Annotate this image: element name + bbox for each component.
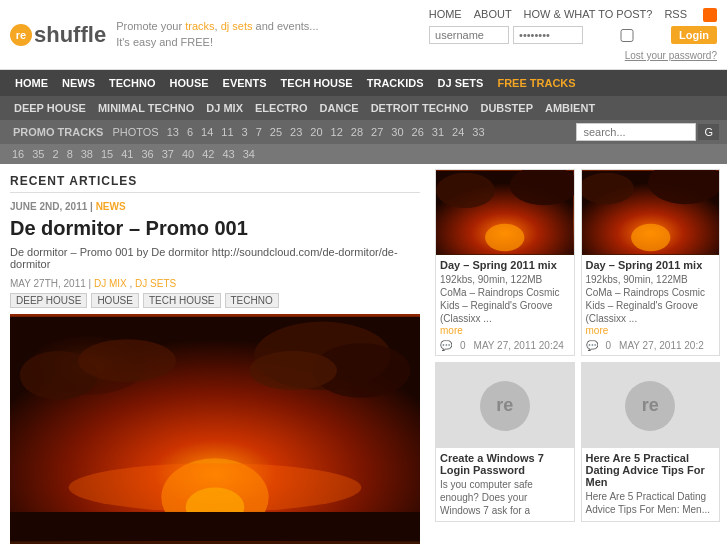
nav-num-33[interactable]: 33 [468,124,488,140]
nav-num-41[interactable]: 41 [117,146,137,162]
card1-comments: 0 [460,340,466,351]
article2-cat-djsets[interactable]: DJ SETS [135,278,176,289]
recent-articles-title: RECENT ARTICLES [10,174,420,193]
tag-techhouse[interactable]: TECH HOUSE [143,293,221,308]
nav-num-28[interactable]: 28 [347,124,367,140]
nav-rss[interactable]: RSS [664,8,687,22]
search-button[interactable]: G [698,124,719,140]
nav-num-16[interactable]: 16 [8,146,28,162]
nav-num-35[interactable]: 35 [28,146,48,162]
nav-num-13[interactable]: 13 [163,124,183,140]
logo-re: re [10,24,32,46]
nav-num-43[interactable]: 43 [219,146,239,162]
card-2: Day – Spring 2011 mix 192kbs, 90min, 122… [581,169,721,356]
nav-sub-deephouse[interactable]: DEEP HOUSE [8,99,92,117]
card2-comments: 0 [606,340,612,351]
card4-desc: Here Are 5 Practical Dating Advice Tips … [586,490,716,516]
nav-num-20[interactable]: 20 [306,124,326,140]
nav-main-djsets[interactable]: DJ SETS [431,74,491,92]
nav-main-home[interactable]: HOME [8,74,55,92]
nav-num-36[interactable]: 36 [138,146,158,162]
article-main-image [10,314,420,544]
nav-main-events[interactable]: EVENTS [216,74,274,92]
card-1: Day – Spring 2011 mix 192kbs, 90min, 122… [435,169,575,356]
tagline-djsets-link[interactable]: dj sets [221,20,253,32]
nav-main-news[interactable]: NEWS [55,74,102,92]
nav-num-3[interactable]: 3 [238,124,252,140]
nav-num-30[interactable]: 30 [387,124,407,140]
tag-deephouse[interactable]: DEEP HOUSE [10,293,87,308]
svg-point-13 [436,173,495,208]
nav-num-8[interactable]: 8 [63,146,77,162]
comment-icon-2: 💬 [586,340,598,351]
card2-title[interactable]: Day – Spring 2011 mix [586,259,716,271]
tagline-tracks-link[interactable]: tracks [185,20,214,32]
nav-num-26[interactable]: 26 [408,124,428,140]
card-3: re Create a Windows 7 Login Password Is … [435,362,575,522]
nav-sub-ambient[interactable]: AMBIENT [539,99,601,117]
nav-about[interactable]: ABOUT [474,8,512,22]
nav-sub-electro[interactable]: ELECTRO [249,99,314,117]
nav-num-38[interactable]: 38 [77,146,97,162]
search-input[interactable] [576,123,696,141]
card1-title[interactable]: Day – Spring 2011 mix [440,259,570,271]
tag-techno[interactable]: TECHNO [225,293,279,308]
password-input[interactable] [513,26,583,44]
nav-num-25[interactable]: 25 [266,124,286,140]
svg-point-16 [631,224,670,252]
remember-label [587,29,667,42]
card-4: re Here Are 5 Practical Dating Advice Ti… [581,362,721,522]
tag-house[interactable]: HOUSE [91,293,139,308]
nav-sub-minimaltechno[interactable]: MINIMAL TECHNO [92,99,200,117]
nav-num-6[interactable]: 6 [183,124,197,140]
card1-image [436,170,574,255]
nav-num-2[interactable]: 2 [49,146,63,162]
nav-main-freetracks[interactable]: FREE TRACKS [490,74,582,92]
card4-image: re [582,363,720,448]
nav-promo-tracks[interactable]: PROMO TRACKS [8,124,108,140]
nav-num-27[interactable]: 27 [367,124,387,140]
article1-title[interactable]: De dormitor – Promo 001 [10,216,420,240]
nav-num-40[interactable]: 40 [178,146,198,162]
nav-num-42[interactable]: 42 [198,146,218,162]
nav-main-techno[interactable]: TECHNO [102,74,162,92]
nav-main-trackids[interactable]: TRACKIDS [360,74,431,92]
nav-sub-dance[interactable]: DANCE [314,99,365,117]
nav-num-14[interactable]: 14 [197,124,217,140]
nav-num-31[interactable]: 31 [428,124,448,140]
lost-password-link[interactable]: Lost your password? [625,50,717,61]
card2-date: MAY 27, 2011 20:2 [619,340,704,351]
nav-sub-detroittechno[interactable]: DETROIT TECHNO [365,99,475,117]
nav-num-7[interactable]: 7 [252,124,266,140]
nav-photos[interactable]: PHOTOS [108,124,162,140]
nav-num-24[interactable]: 24 [448,124,468,140]
card1-more[interactable]: more [440,325,570,336]
nav-num-37[interactable]: 37 [158,146,178,162]
card3-title[interactable]: Create a Windows 7 Login Password [440,452,570,476]
username-input[interactable] [429,26,509,44]
site-logo[interactable]: re shuffle [10,22,106,48]
nav-num-11[interactable]: 11 [217,124,237,140]
svg-point-8 [249,351,337,390]
nav-home[interactable]: HOME [429,8,462,22]
article2-date: MAY 27TH, 2011 | DJ MIX , DJ SETS [10,278,420,289]
nav-num-15[interactable]: 15 [97,146,117,162]
card4-title[interactable]: Here Are 5 Practical Dating Advice Tips … [586,452,716,488]
logo-tagline: Promote your tracks, dj sets and events.… [116,19,318,50]
remember-checkbox[interactable] [587,29,667,42]
svg-rect-9 [10,512,420,541]
card3-desc: Is you computer safe enough? Does your W… [440,478,570,517]
article1-date: JUNE 2ND, 2011 | NEWS [10,201,420,212]
article2-cat-djmix[interactable]: DJ MIX [94,278,127,289]
nav-how[interactable]: HOW & WHAT TO POST? [524,8,653,22]
nav-sub-djmix[interactable]: DJ MIX [200,99,249,117]
login-button[interactable]: Login [671,26,717,44]
nav-num-23[interactable]: 23 [286,124,306,140]
card3-image: re [436,363,574,448]
card2-more[interactable]: more [586,325,716,336]
nav-sub-dubstep[interactable]: DUBSTEP [474,99,539,117]
nav-main-house[interactable]: HOUSE [162,74,215,92]
nav-main-techhouse[interactable]: TECH HOUSE [274,74,360,92]
nav-num-12[interactable]: 12 [327,124,347,140]
nav-num-34[interactable]: 34 [239,146,259,162]
